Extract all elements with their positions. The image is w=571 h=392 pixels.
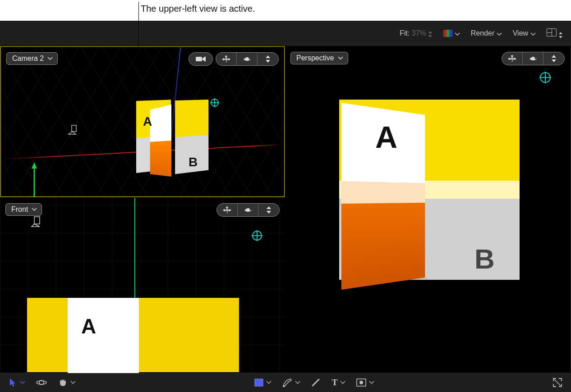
pan-icon [221, 55, 231, 63]
canvas-toolbar: T [0, 372, 571, 392]
chevron-down-icon [295, 381, 300, 384]
compass-marker-icon[interactable] [252, 230, 262, 241]
svg-marker-20 [267, 206, 271, 209]
pan-icon [507, 55, 517, 63]
camera-selector[interactable]: Camera 2 [6, 52, 58, 65]
chevron-down-icon [338, 56, 343, 60]
render-label: Render [471, 29, 494, 37]
render-menu-button[interactable]: Render [471, 29, 502, 37]
scene-letter-b: B [474, 243, 495, 275]
view-nav-controls [216, 203, 280, 217]
viewport-layout-button[interactable] [547, 28, 563, 38]
camera-icon [195, 55, 206, 63]
chevron-down-icon [369, 381, 374, 384]
view-menu-button[interactable]: View [513, 29, 536, 37]
svg-marker-12 [266, 55, 270, 58]
chevron-down-icon [497, 32, 502, 36]
scene-panel-foreground [68, 298, 139, 373]
viewport-right[interactable]: A B Perspective [285, 46, 570, 373]
svg-marker-27 [552, 55, 556, 58]
rectangle-icon [254, 378, 263, 387]
scene-letter-b: B [189, 155, 198, 169]
chevron-down-icon [455, 32, 460, 36]
dolly-icon [264, 55, 272, 63]
chevron-down-icon [530, 32, 536, 36]
stepper-icon [558, 32, 563, 38]
scene-letter-a: A [375, 119, 397, 155]
shape-tool-button[interactable] [254, 378, 272, 387]
brush-tool-button[interactable] [311, 378, 321, 387]
svg-rect-0 [72, 125, 76, 132]
pan-button[interactable] [217, 204, 238, 216]
chevron-down-icon [266, 381, 272, 384]
chevron-down-icon [20, 381, 25, 384]
viewports-area: A B Camera 2 [0, 46, 571, 373]
orbit-icon [529, 55, 538, 63]
svg-rect-35 [255, 379, 263, 386]
fit-zoom-control[interactable]: Fit: 37% [400, 29, 433, 37]
dolly-button[interactable] [258, 53, 278, 65]
scene-letter-a: A [81, 314, 96, 338]
fit-value: 37% [412, 29, 426, 37]
text-icon: T [332, 378, 338, 387]
callout-line [138, 2, 139, 59]
svg-line-39 [554, 379, 561, 386]
chevron-down-icon [340, 381, 345, 384]
camera-selector-label: Camera 2 [12, 55, 44, 63]
orbit-tool-button[interactable] [36, 378, 47, 387]
look-through-camera-button[interactable] [189, 53, 212, 65]
scene-panel-foreground [150, 105, 171, 177]
view-nav-controls [189, 52, 279, 66]
camera-selector[interactable]: Front [5, 203, 42, 216]
hand-tool-button[interactable] [58, 378, 76, 387]
fit-label: Fit: [400, 29, 410, 37]
chevron-down-icon [70, 381, 76, 384]
orbit-icon [36, 378, 47, 387]
dolly-button[interactable] [258, 204, 279, 216]
pan-button[interactable] [502, 52, 523, 65]
svg-point-38 [359, 381, 363, 384]
view-label: View [513, 29, 528, 37]
svg-rect-9 [196, 57, 202, 61]
select-tool-button[interactable] [9, 378, 25, 387]
pen-tool-button[interactable] [282, 378, 300, 387]
orbit-icon [243, 55, 252, 63]
dolly-icon [265, 206, 272, 214]
dolly-icon [550, 55, 557, 63]
svg-marker-2 [32, 162, 37, 169]
text-tool-button[interactable]: T [332, 378, 346, 387]
compass-marker-icon[interactable] [539, 72, 551, 83]
compass-marker-icon[interactable] [210, 98, 219, 107]
expand-icon [553, 378, 562, 387]
pan-button[interactable] [216, 53, 237, 65]
chevron-down-icon [32, 208, 37, 211]
camera-object-icon[interactable] [68, 123, 80, 135]
stepper-icon [428, 31, 433, 37]
svg-marker-21 [267, 211, 271, 214]
dolly-button[interactable] [543, 52, 564, 65]
pen-icon [282, 378, 292, 387]
hand-icon [58, 378, 68, 387]
color-channels-button[interactable] [443, 29, 460, 37]
fullscreen-button[interactable] [553, 378, 562, 387]
pan-icon [222, 206, 232, 214]
viewport-bottom-left[interactable]: A Front [0, 198, 285, 373]
scene-letter-a: A [143, 114, 152, 129]
orbit-button[interactable] [238, 204, 258, 216]
mask-tool-button[interactable] [356, 378, 374, 387]
svg-marker-28 [552, 59, 556, 62]
orbit-button[interactable] [523, 52, 543, 65]
axis-gizmo-icon[interactable] [28, 159, 73, 197]
svg-rect-14 [34, 217, 40, 224]
svg-marker-13 [266, 60, 270, 63]
orbit-button[interactable] [237, 53, 258, 65]
svg-point-36 [283, 385, 285, 387]
viewport-top-left[interactable]: A B Camera 2 [0, 46, 285, 197]
brush-icon [311, 378, 321, 387]
orbit-icon [244, 206, 253, 214]
camera-selector[interactable]: Perspective [290, 52, 348, 64]
camera-object-icon[interactable] [31, 215, 43, 228]
viewport-layout-icon [547, 28, 557, 36]
select-arrow-icon [9, 378, 17, 387]
color-channels-icon [443, 30, 452, 37]
